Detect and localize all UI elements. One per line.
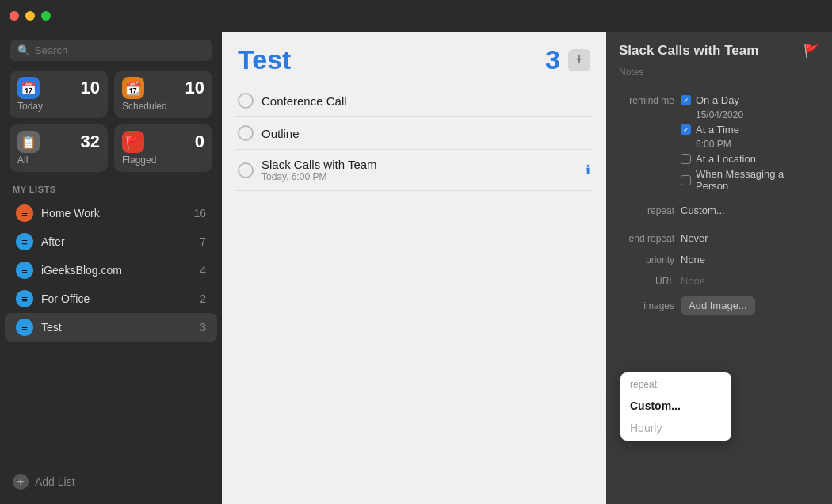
add-image-button[interactable]: Add Image... [681,296,755,315]
repeat-key: repeat [619,205,674,216]
minimize-button[interactable] [25,11,35,21]
homework-dot: ≡ [16,204,33,222]
smart-list-flagged[interactable]: 🚩 0 Flagged [114,124,212,172]
maximize-button[interactable] [41,11,51,21]
task-count: 3 [545,44,560,75]
dropdown-repeat-label: repeat [630,379,666,390]
sidebar-item-after[interactable]: ≡ After 7 [5,227,217,256]
scheduled-icon: 📆 [122,77,144,99]
igeeksblog-dot: ≡ [16,262,33,279]
priority-row: priority None [606,249,832,270]
flagged-count: 0 [195,133,204,151]
dropdown-item-hourly[interactable]: Hourly [620,417,731,441]
igeeksblog-name: iGeeksBlog.com [41,264,192,277]
end-repeat-key: end repeat [619,233,674,244]
test-name: Test [41,321,192,334]
task-list: Conference Call Outline Slack Calls with… [222,82,606,194]
right-panel: Slack Calls with Team 🚩 Notes remind me … [606,32,832,504]
at-a-time-checkbox[interactable] [681,124,691,135]
smart-list-today[interactable]: 📅 10 Today [10,71,108,118]
all-icon: 📋 [17,131,40,153]
close-button[interactable] [10,11,19,21]
igeeksblog-count: 4 [200,264,206,277]
remind-me-section: remind me On a Day 15/04/2020 At a Time … [606,86,832,200]
remind-me-values: On a Day 15/04/2020 At a Time 6:00 PM At… [681,94,819,192]
add-list-icon: + [13,474,29,490]
task-date-3: Today, 6:00 PM [261,171,578,182]
images-row: images Add Image... [606,292,832,319]
add-list-button[interactable]: + Add List [0,468,222,496]
task-radio-3[interactable] [238,162,254,178]
when-messaging-label: When Messaging a Person [696,168,819,192]
at-a-time-detail: 6:00 PM [696,139,819,150]
task-radio-1[interactable] [238,93,254,109]
repeat-key-row: repeat [620,372,731,395]
at-a-time-label: At a Time [696,124,739,136]
task-info-icon[interactable]: ℹ [586,162,590,178]
url-value: None [681,275,705,287]
on-a-day-label: On a Day [696,94,739,106]
add-task-button[interactable]: + [568,49,590,71]
foroffice-dot: ≡ [16,290,33,307]
after-name: After [41,235,192,248]
homework-count: 16 [193,207,206,220]
scheduled-count: 10 [185,79,204,97]
my-lists-header: My Lists [0,181,222,199]
url-key: URL [619,276,674,287]
on-a-day-detail: 15/04/2020 [696,109,819,120]
url-row: URL None [606,270,832,292]
foroffice-count: 2 [200,292,206,305]
images-key: images [619,300,674,311]
add-list-label: Add List [35,475,75,488]
remind-me-key: remind me [619,94,674,106]
smart-list-scheduled[interactable]: 📆 10 Scheduled [114,71,212,118]
homework-name: Home Work [41,207,185,220]
flagged-icon: 🚩 [122,131,144,153]
search-input[interactable] [35,44,204,56]
repeat-dropdown[interactable]: repeat Custom... Hourly [620,372,731,441]
repeat-value[interactable]: Custom... [681,204,725,216]
all-count: 32 [81,133,100,151]
priority-key: priority [619,254,674,265]
foroffice-name: For Office [41,292,192,305]
test-count: 3 [200,321,206,334]
at-a-time-row: At a Time [681,124,819,136]
search-icon: 🔍 [17,44,30,56]
app-body: 🔍 📅 10 Today 📆 10 Scheduled [0,32,832,504]
task-row[interactable]: Conference Call [235,85,593,117]
sidebar-item-foroffice[interactable]: ≡ For Office 2 [5,284,217,313]
priority-value: None [681,254,705,265]
at-a-location-checkbox[interactable] [681,154,691,164]
when-messaging-checkbox[interactable] [681,175,691,185]
task-radio-2[interactable] [238,125,254,141]
today-count: 10 [81,79,100,97]
sidebar-item-homework[interactable]: ≡ Home Work 16 [5,199,217,227]
title-bar [0,0,832,32]
flag-icon[interactable]: 🚩 [803,44,819,59]
middle-header: Test 3 + [222,32,606,82]
sidebar-item-igeeksblog[interactable]: ≡ iGeeksBlog.com 4 [5,256,217,284]
today-icon: 📅 [17,77,40,99]
dropdown-custom-text: Custom... [630,399,681,412]
task-name-1: Conference Call [261,94,590,108]
task-name-2: Outline [261,127,590,140]
repeat-row: repeat Custom... [606,200,832,221]
end-repeat-row: end repeat Never [606,227,832,249]
task-row[interactable]: Slack Calls with Team Today, 6:00 PM ℹ [235,150,593,191]
smart-list-all[interactable]: 📋 32 All [10,124,108,172]
flagged-label: Flagged [122,155,204,166]
sidebar-item-test[interactable]: ≡ Test 3 [5,313,217,342]
when-messaging-row: When Messaging a Person [681,168,819,192]
notes-label: Notes [606,63,832,86]
all-label: All [17,155,100,166]
list-title: Test [238,44,291,75]
after-dot: ≡ [16,233,33,250]
dropdown-item-custom[interactable]: Custom... [620,395,731,417]
sidebar: 🔍 📅 10 Today 📆 10 Scheduled [0,32,222,504]
after-count: 7 [200,235,206,248]
dropdown-hourly-text: Hourly [630,422,662,434]
task-row[interactable]: Outline [235,117,593,150]
on-a-day-checkbox[interactable] [681,95,691,105]
middle-panel: Test 3 + Conference Call Outline [222,32,606,504]
search-bar[interactable]: 🔍 [10,40,212,61]
